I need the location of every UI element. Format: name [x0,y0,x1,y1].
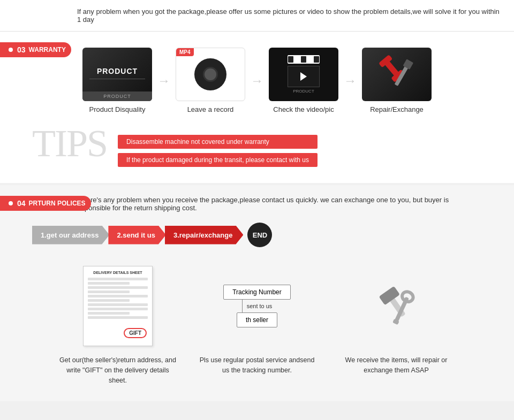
flow-item-video: PRODUCT Check the video/pic [269,48,338,113]
tips-notices: Disassemble machine not covered under wa… [118,124,318,167]
tools-box [362,48,432,101]
flow-item-repair: Repair/Exchange [362,48,432,113]
page-wrapper: If any problem when you got the package,… [0,0,514,401]
flow-item-product: PRODUCT PRODUCT Product Disquality [82,48,152,113]
return-notice-line2: responsible for the return shipping cost… [75,204,197,212]
tips-title: TIPS [32,124,107,163]
return-label: 04 PRTURN POLICES [0,196,91,211]
product-box: PRODUCT PRODUCT [82,48,152,101]
return-card-tracking: Tracking Number sent to us th seller [198,263,316,385]
flow-label-mp4: Leave a record [187,105,234,113]
tip-notice-1: Disassemble machine not covered under wa… [118,135,318,149]
return-card-repair: We receive the items, will repair or exc… [337,263,455,385]
repair-tools-icon [373,50,421,98]
camera-icon [194,58,226,90]
return-cards: DELIVERY DETAILS SHEET GIFT Ge [32,263,482,385]
tip-notice-2: If the product damaged during the transi… [118,153,318,167]
card-text-tracking: Pls use regular postal service andsend u… [198,355,316,376]
camera-lens [203,67,218,82]
flow-label-product: Product Disquality [89,105,146,113]
card-text-delivery: Get our(the seller's)return address, and… [59,355,177,385]
flow-label-video: Check the video/pic [273,105,334,113]
return-label-text: PRTURN POLICES [29,200,86,207]
tracking-flow: Tracking Number sent to us th seller [214,285,300,327]
product-bottom: PRODUCT [82,91,152,101]
top-notice: If any problem when you got the package,… [0,0,514,32]
clapper-body [288,66,320,87]
return-label-num: 04 [17,199,26,208]
tools-visual [353,263,439,349]
delivery-visual: DELIVERY DETAILS SHEET GIFT [75,263,161,349]
arrow-3: → [344,73,357,88]
card-text-repair: We receive the items, will repair or exc… [337,355,455,376]
return-notice: If there's any problem when you receive … [32,196,482,212]
track-line-1 [242,300,243,312]
seller-label: th seller [246,316,268,324]
return-section: 04 PRTURN POLICES If there's any problem… [0,183,514,401]
play-button-icon [300,72,307,81]
step-end: END [247,223,272,247]
label-text: WARRANTY [29,46,66,54]
flow-label-repair: Repair/Exchange [370,105,424,113]
step-3: 3.repair/exchange [165,226,244,245]
arrow-1: → [157,73,170,88]
mp4-box: MP4 [176,48,245,101]
warranty-flow: PRODUCT PRODUCT Product Disquality → MP4 [32,48,482,113]
svg-point-8 [400,290,415,303]
label-dot [9,48,13,52]
product-sub-label: PRODUCT [293,89,314,94]
return-notice-line1: If there's any problem when you receive … [75,196,449,204]
warranty-label: 03 WARRANTY [0,42,71,57]
tracking-number-box: Tracking Number [223,285,291,300]
return-card-delivery: DELIVERY DETAILS SHEET GIFT Ge [59,263,177,385]
top-notice-text: If any problem when you got the package,… [77,7,500,24]
tools-repair-icon [364,274,428,338]
mp4-badge: MP4 [176,48,194,56]
gift-label: GIFT [124,328,147,338]
delivery-sheet: DELIVERY DETAILS SHEET GIFT [83,266,153,346]
tools-icon-container [359,269,434,343]
sheet-title: DELIVERY DETAILS SHEET [88,271,148,274]
tracking-visual: Tracking Number sent to us th seller [214,263,300,349]
step-1: 1.get our address [32,226,109,245]
return-flow: 1.get our address 2.send it us 3.repair/… [32,223,482,247]
clapper-top [288,55,320,64]
label-num: 03 [17,45,26,54]
seller-box: th seller [237,312,277,327]
product-label: PRODUCT [97,67,138,75]
return-label-dot [9,201,13,205]
step-2: 2.send it us [108,226,166,245]
sent-label: sent to us [247,303,273,309]
flow-item-mp4: MP4 Leave a record [176,48,245,113]
warranty-section: 03 WARRANTY PRODUCT PRODUCT Product Disq… [0,32,514,183]
arrow-2: → [251,73,263,88]
video-box: PRODUCT [269,48,338,101]
tracking-number-label: Tracking Number [232,288,282,296]
tips-section: TIPS Disassemble machine not covered und… [32,124,482,167]
